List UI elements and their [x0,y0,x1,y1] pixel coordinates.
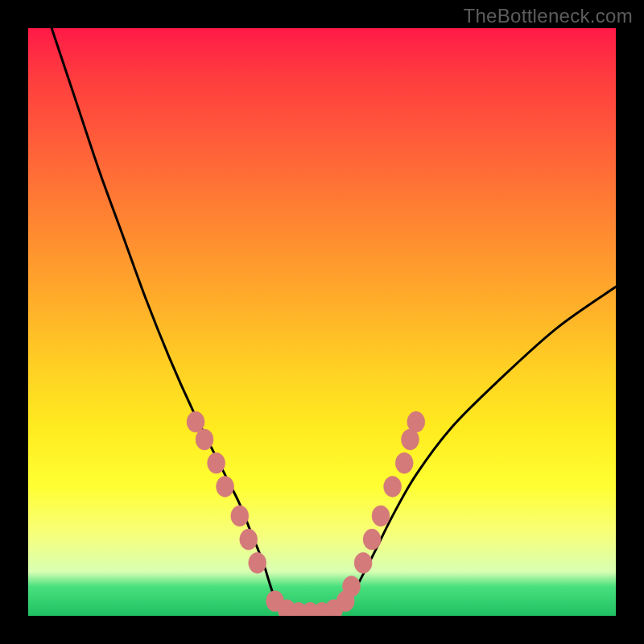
curve-marker [187,411,204,432]
curve-marker [395,452,413,473]
chart-svg [28,28,616,616]
curve-marker [384,476,402,497]
curve-marker [407,411,425,432]
curve-marker [240,529,258,550]
curve-marker [343,576,361,597]
attribution-text: TheBottleneck.com [463,5,633,27]
chart-frame: TheBottleneck.com [0,0,644,644]
curve-marker [363,529,381,550]
curve-marker [231,506,249,526]
curve-marker [217,476,234,497]
curve-marker [208,452,225,473]
bottleneck-curve [52,28,616,616]
curve-marker [196,429,213,450]
plot-area [28,28,616,616]
curve-marker [372,506,390,526]
marker-group [187,411,425,616]
curve-marker [249,552,266,573]
curve-marker [354,552,372,573]
